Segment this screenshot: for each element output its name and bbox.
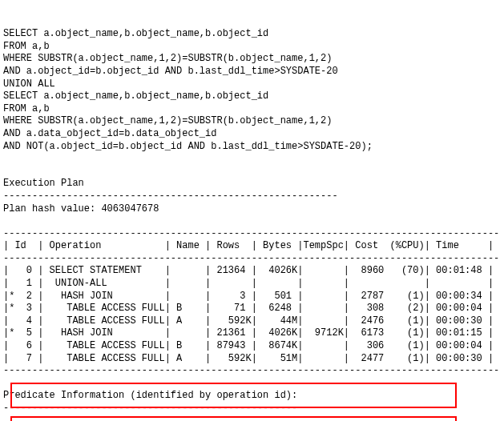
table-border: ----------------------------------------… [3,253,499,264]
plan-row: |* 2 | HASH JOIN | | 3 | 501 | | 2787 (1… [3,291,494,302]
sql-line: UNION ALL [3,78,55,90]
sql-line: FROM a,b [3,41,50,52]
plan-row: | 1 | UNION-ALL | | | | | | | [3,278,494,289]
sql-line: AND a.object_id=b.object_id AND b.last_d… [3,66,338,77]
plan-hash: Plan hash value: 4063047678 [3,203,159,215]
plan-row: |* 5 | HASH JOIN | | 21361 | 4026K| 9712… [3,327,494,339]
exec-plan-heading: Execution Plan [3,178,84,189]
plan-row: | 0 | SELECT STATEMENT | | 21364 | 4026K… [3,265,494,276]
predicate-heading: Predicate Information (identified by ope… [3,390,297,401]
highlight-box [10,416,457,421]
sql-line: WHERE SUBSTR(a.object_name,1,2)=SUBSTR(b… [3,53,332,64]
table-header: | Id | Operation | Name | Rows | Bytes |… [3,240,494,251]
plan-row: | 4 | TABLE ACCESS FULL| A | 592K| 44M| … [3,315,494,327]
divider: ----------------------------------------… [3,403,297,414]
sql-line: SELECT a.object_name,b.object_name,b.obj… [3,90,268,102]
plan-row: | 6 | TABLE ACCESS FULL| B | 87943 | 867… [3,340,494,351]
sql-line: WHERE SUBSTR(a.object_name,1,2)=SUBSTR(b… [3,115,332,126]
sql-line: AND a.data_object_id=b.data_object_id [3,128,216,139]
sql-output: SELECT a.object_name,b.object_name,b.obj… [3,16,501,421]
divider: ----------------------------------------… [3,190,338,202]
table-border: ----------------------------------------… [3,228,499,239]
sql-line: SELECT a.object_name,b.object_name,b.obj… [3,28,268,39]
sql-line: AND NOT(a.object_id=b.object_id AND b.la… [3,141,373,152]
plan-row: | 7 | TABLE ACCESS FULL| A | 592K| 51M| … [3,353,494,364]
plan-row: |* 3 | TABLE ACCESS FULL| B | 71 | 6248 … [3,303,494,314]
sql-line: FROM a,b [3,103,50,114]
table-border: ----------------------------------------… [3,365,499,376]
